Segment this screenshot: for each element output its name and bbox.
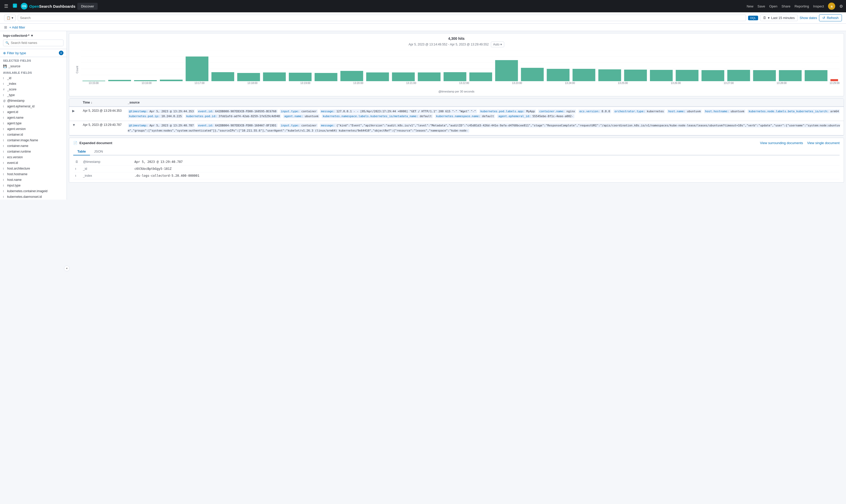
refresh-button[interactable]: ↺ Refresh	[819, 14, 842, 21]
sidebar-field-item[interactable]: tcontainer.runtime	[0, 149, 67, 155]
sidebar-field-item[interactable]: tagent.ephemeral_id	[0, 104, 67, 109]
sidebar-scroll: Selected fields 💾 _source Available fiel…	[0, 57, 67, 200]
doc-table-row: t _index .ds-logs-collectord-5.20.400-00…	[73, 172, 840, 179]
svg-rect-25	[495, 60, 518, 81]
filter-icon: ⊕	[3, 51, 6, 55]
row-expand-button[interactable]: ▼	[72, 123, 75, 127]
doc-field-name: @timestamp	[81, 159, 133, 165]
sidebar-field-item[interactable]: t_type	[0, 92, 67, 98]
field-name: host.hostname	[7, 173, 64, 176]
collapse-sidebar-button[interactable]: «	[64, 266, 70, 271]
sidebar-field-item[interactable]: thost.name	[0, 177, 67, 183]
index-pattern[interactable]: logs-collectord-* ▾	[3, 34, 64, 37]
doc-field-value: c6V3UocBptbGgy5-181Z	[133, 165, 840, 172]
show-dates-button[interactable]: Show dates	[800, 16, 817, 20]
svg-rect-11	[134, 80, 157, 81]
search-input-wrap	[18, 15, 746, 21]
doc-field-name: _index	[81, 172, 133, 179]
add-filter-button[interactable]: + Add filter	[9, 25, 25, 29]
sidebar-field-item[interactable]: t_index	[0, 81, 67, 87]
field-name: container.image.Name	[7, 139, 64, 142]
field-type-badge: t	[3, 145, 6, 147]
dql-badge[interactable]: DQL	[748, 16, 758, 20]
field-name: ecs.version	[7, 156, 64, 159]
save-button[interactable]: Save	[758, 4, 765, 8]
field-name: agent.id	[7, 110, 64, 114]
sidebar-header: logs-collectord-* ▾ 🔍	[0, 31, 67, 49]
refresh-icon: ↺	[822, 16, 825, 20]
home-button[interactable]: ⌂	[11, 2, 18, 10]
filter-by-type-button[interactable]: ⊕ Filter by type	[3, 51, 26, 55]
chart-svg	[81, 50, 840, 81]
share-button[interactable]: Share	[781, 4, 791, 8]
chart-time-range: Apr 5, 2023 @ 13:14:49.552 - Apr 5, 2023…	[409, 43, 489, 46]
search-bar: 📋 ▾ DQL 🗓 ▾ Last 15 minutes Show dates ↺…	[0, 12, 846, 24]
time-col-header: Time ↓	[80, 98, 125, 107]
new-button[interactable]: New	[747, 4, 754, 8]
hamburger-menu-button[interactable]: ☰	[3, 2, 9, 10]
tab-json[interactable]: JSON	[90, 148, 107, 156]
index-icon: 📋	[6, 16, 11, 20]
svg-rect-9	[83, 81, 105, 81]
field-name: agent.ephemeral_id	[7, 105, 64, 108]
source-field-item[interactable]: 💾 _source	[0, 63, 67, 69]
sidebar-field-item[interactable]: tkubernetes.daemonset.id	[0, 194, 67, 200]
row-expand-button[interactable]: ▶	[72, 109, 75, 113]
field-type-badge: t	[3, 150, 6, 153]
results-table: Time ↓ _source ▶ Apr 5, 2023 @ 13:29:44.…	[69, 98, 844, 136]
index-selector[interactable]: 📋 ▾	[4, 15, 16, 21]
field-name: _type	[7, 93, 64, 97]
field-type-badge: t	[3, 128, 6, 130]
sort-icon: ↓	[91, 101, 92, 104]
sidebar-field-item[interactable]: thost.architecture	[0, 166, 67, 171]
sidebar-field-item[interactable]: tcontainer.name	[0, 143, 67, 149]
filter-bar: ⊞ + Add filter	[0, 24, 846, 31]
sidebar-field-item[interactable]: tecs.version	[0, 155, 67, 160]
chart-wrap: Count	[73, 50, 840, 89]
svg-rect-21	[392, 72, 415, 81]
field-type-badge: t	[3, 122, 6, 125]
svg-rect-38	[831, 79, 838, 81]
reporting-button[interactable]: Reporting	[795, 4, 809, 8]
view-single-button[interactable]: View single document	[807, 141, 840, 145]
sidebar-field-item[interactable]: tagent.version	[0, 126, 67, 132]
svg-rect-28	[572, 69, 596, 81]
field-type-badge: t	[3, 105, 6, 108]
field-list: t_idt_index#_scoret_type@@timestamptagen…	[0, 75, 67, 200]
sidebar-field-item[interactable]: #_score	[0, 87, 67, 92]
sidebar-field-item[interactable]: tagent.name	[0, 115, 67, 121]
avatar[interactable]: a	[828, 3, 835, 10]
sidebar-field-item[interactable]: tagent.type	[0, 121, 67, 126]
doc-field-value: .ds-logs-collectord-5.20.400-000001	[133, 172, 840, 179]
expand-col-header	[69, 98, 80, 107]
available-fields-label: Available fields	[0, 69, 67, 75]
field-type-badge: t	[3, 83, 6, 85]
svg-rect-15	[237, 73, 260, 81]
field-name: _index	[7, 82, 64, 86]
tab-table[interactable]: Table	[73, 148, 90, 156]
sidebar-field-item[interactable]: tinput.type	[0, 183, 67, 188]
sidebar-field-item[interactable]: tagent.id	[0, 109, 67, 115]
sidebar-field-item[interactable]: tcontainer.id	[0, 132, 67, 138]
discover-tab[interactable]: Discover	[77, 3, 98, 10]
sidebar-field-item[interactable]: tkubernetes.container.imageid	[0, 188, 67, 194]
auto-select[interactable]: Auto ▾	[491, 42, 505, 47]
field-name: container.id	[7, 133, 64, 137]
view-surrounding-button[interactable]: View surrounding documents	[760, 141, 803, 145]
svg-rect-12	[160, 79, 183, 81]
open-button[interactable]: Open	[769, 4, 777, 8]
sidebar-field-item[interactable]: t_id	[0, 75, 67, 81]
settings-icon[interactable]: ⚙	[839, 4, 843, 9]
field-name: container.name	[7, 144, 64, 148]
sidebar-field-item[interactable]: @@timestamp	[0, 98, 67, 104]
svg-rect-34	[727, 70, 750, 81]
inspect-button[interactable]: Inspect	[813, 4, 824, 8]
field-type-badge: t	[3, 162, 6, 164]
sidebar-field-item[interactable]: tevent.id	[0, 160, 67, 166]
time-picker[interactable]: 🗓 ▾ Last 15 minutes	[760, 15, 798, 21]
search-input[interactable]	[20, 16, 744, 20]
sidebar-field-item[interactable]: tcontainer.image.Name	[0, 138, 67, 143]
search-fields-input[interactable]	[11, 41, 61, 45]
doc-field-name: _id	[81, 165, 133, 172]
sidebar-field-item[interactable]: thost.hostname	[0, 171, 67, 177]
